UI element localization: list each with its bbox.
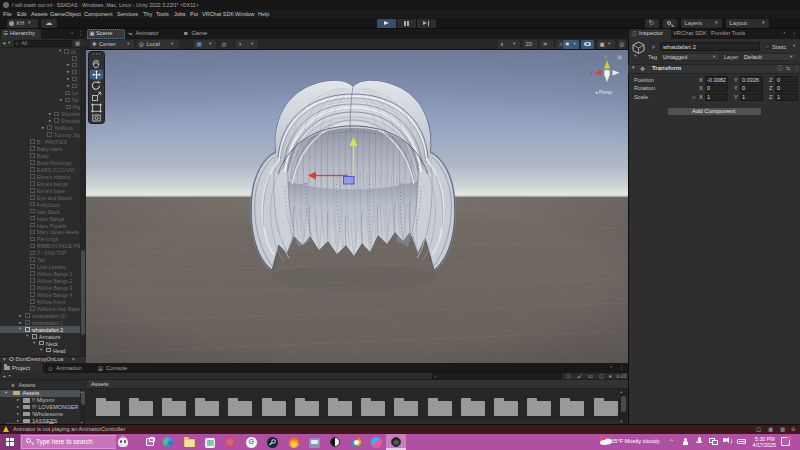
svg-text:X: X	[590, 70, 594, 76]
svg-text:Y: Y	[604, 54, 608, 60]
svg-text:◂ Persp: ◂ Persp	[595, 89, 612, 95]
